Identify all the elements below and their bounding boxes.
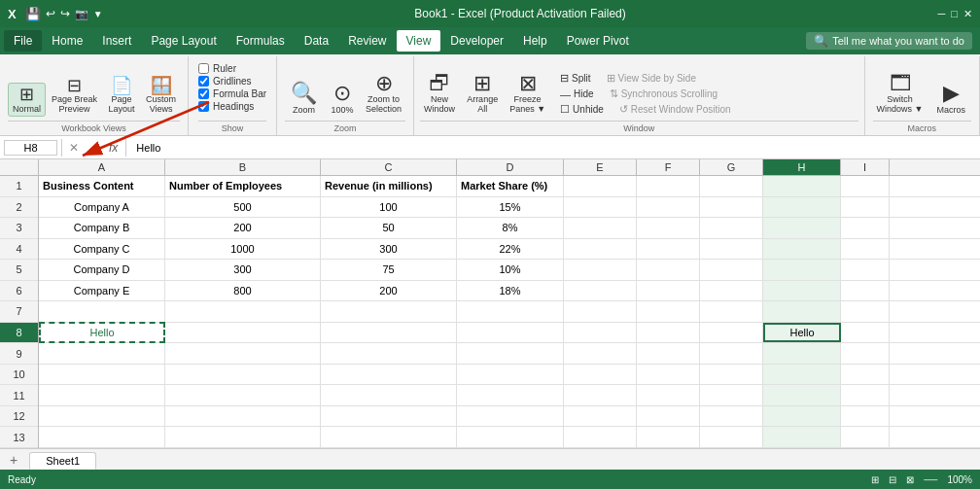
camera-icon[interactable]: 📷 [75,8,88,20]
cell-g1[interactable] [700,176,763,196]
cell-c5[interactable]: 75 [321,260,457,280]
cell-b9[interactable] [165,343,321,364]
cell-d1[interactable]: Market Share (%) [457,176,564,196]
cell-f9[interactable] [637,343,700,364]
cell-i9[interactable] [841,343,890,364]
row-header-3[interactable]: 3 [0,218,38,239]
row-header-13[interactable]: 13 [0,427,38,448]
cell-f7[interactable] [637,301,700,322]
cell-c4[interactable]: 300 [321,239,457,260]
cell-g2[interactable] [700,197,763,218]
col-header-a[interactable]: A [39,159,165,175]
cell-e1[interactable] [564,176,637,196]
row-header-11[interactable]: 11 [0,385,38,406]
col-header-e[interactable]: E [564,159,637,175]
zoom-slider[interactable]: ── [924,474,937,485]
undo-icon[interactable]: ↩ [46,7,55,20]
cell-c6[interactable]: 200 [321,281,457,301]
row-header-10[interactable]: 10 [0,365,38,386]
col-header-h[interactable]: H [763,159,841,175]
cell-g5[interactable] [700,260,763,280]
add-sheet-btn[interactable]: + [4,450,23,470]
cell-h7[interactable] [763,301,841,322]
new-window-btn[interactable]: 🗗 NewWindow [420,71,459,117]
cell-d2[interactable]: 15% [457,197,564,218]
row-header-12[interactable]: 12 [0,406,38,428]
cell-a6[interactable]: Company E [39,281,165,301]
cell-a8[interactable]: Hello [39,322,165,344]
window-controls[interactable]: ─ □ ✕ [938,8,972,20]
menu-item-file[interactable]: File [4,30,42,52]
menu-item-page-layout[interactable]: Page Layout [141,30,226,52]
cell-d9[interactable] [457,343,564,364]
reset-window-btn[interactable]: ↺ Reset Window Position [616,102,734,117]
menu-item-formulas[interactable]: Formulas [227,30,295,52]
row-header-9[interactable]: 9 [0,343,38,365]
cell-h4[interactable] [763,239,841,260]
cell-c7[interactable] [321,301,457,322]
cell-d8[interactable] [457,323,564,343]
cell-a1[interactable]: Business Content [39,176,165,196]
cell-e5[interactable] [564,260,637,280]
cell-f8[interactable] [637,323,700,343]
cell-g4[interactable] [700,239,763,260]
cell-c3[interactable]: 50 [321,218,457,238]
arrange-all-btn[interactable]: ⊞ ArrangeAll [463,71,502,117]
row-header-7[interactable]: 7 [0,301,38,323]
custom-views-btn[interactable]: 🪟 CustomViews [142,75,180,117]
cell-d5[interactable]: 10% [457,260,564,280]
cell-g8[interactable] [700,323,763,343]
cell-i6[interactable] [841,281,890,301]
cell-f4[interactable] [637,239,700,260]
maximize-btn[interactable]: □ [951,8,958,20]
switch-windows-btn[interactable]: 🗔 SwitchWindows ▼ [873,71,928,117]
cell-b5[interactable]: 300 [165,260,321,280]
hide-btn[interactable]: — Hide [557,87,597,101]
cell-e9[interactable] [564,343,637,364]
zoom-selection-btn[interactable]: ⊕ Zoom toSelection [362,71,405,117]
menu-item-power-pivot[interactable]: Power Pivot [557,30,639,52]
row-header-8[interactable]: 8 [0,323,38,344]
headings-checkbox[interactable]: Headings [198,101,266,112]
cell-a5[interactable]: Company D [39,260,165,280]
page-layout-btn[interactable]: 📄 PageLayout [103,75,140,117]
col-header-b[interactable]: B [165,159,321,175]
macros-btn[interactable]: ▶ Macros [930,81,971,117]
customize-icon[interactable]: ▼ [93,9,103,19]
cell-ref-input[interactable] [4,140,57,156]
formula-cancel-icon[interactable]: ✕ [66,141,82,155]
cell-b1[interactable]: Number of Employees [165,176,321,196]
cell-d7[interactable] [457,301,564,322]
cell-i7[interactable] [841,301,890,322]
sheet-tab-sheet1[interactable]: Sheet1 [29,452,96,470]
quick-access-toolbar[interactable]: X 💾 ↩ ↪ 📷 ▼ [8,7,103,21]
normal-view-btn[interactable]: ⊞ Normal [8,83,46,117]
cell-g6[interactable] [700,281,763,301]
cell-f6[interactable] [637,281,700,301]
cell-h5[interactable] [763,260,841,280]
cell-b8[interactable] [165,323,321,343]
minimize-btn[interactable]: ─ [938,8,946,20]
cell-d6[interactable]: 18% [457,281,564,301]
cell-i3[interactable] [841,218,890,238]
sync-scrolling-btn[interactable]: ⇅ Synchronous Scrolling [607,87,721,101]
cell-g9[interactable] [700,343,763,364]
cell-e8[interactable] [564,323,637,343]
cell-f1[interactable] [637,176,700,196]
cell-h2[interactable] [763,197,841,218]
cell-a9[interactable] [39,343,165,364]
col-header-g[interactable]: G [700,159,763,175]
col-header-d[interactable]: D [457,159,564,175]
cell-a7[interactable] [39,301,165,322]
view-break-status[interactable]: ⊠ [906,474,914,485]
cell-b2[interactable]: 500 [165,197,321,218]
cell-h3[interactable] [763,218,841,238]
cell-a2[interactable]: Company A [39,197,165,218]
cell-e7[interactable] [564,301,637,322]
menu-item-home[interactable]: Home [42,30,92,52]
cell-c2[interactable]: 100 [321,197,457,218]
cell-h9[interactable] [763,343,841,364]
col-header-c[interactable]: C [321,159,457,175]
cell-i5[interactable] [841,260,890,280]
cell-e3[interactable] [564,218,637,238]
